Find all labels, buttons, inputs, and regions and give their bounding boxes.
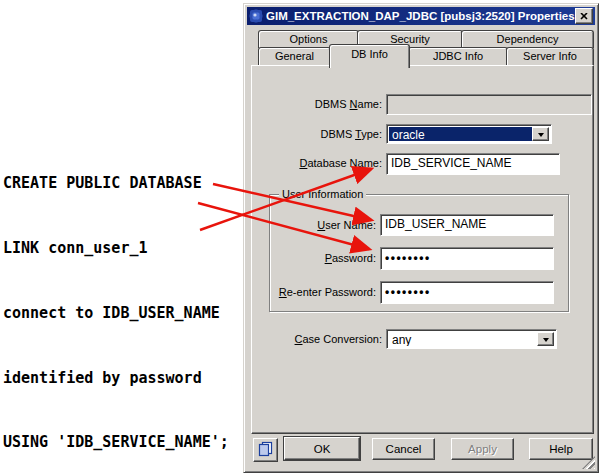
- dbms-name-field: [386, 94, 592, 115]
- properties-dialog: GIM_EXTRACTION_DAP_JDBC [pubsj3:2520] Pr…: [243, 3, 599, 473]
- sql-line: CREATE PUBLIC DATABASE: [3, 173, 229, 195]
- title-bar[interactable]: GIM_EXTRACTION_DAP_JDBC [pubsj3:2520] Pr…: [247, 7, 595, 25]
- apply-button: Apply: [451, 438, 514, 460]
- screenshot-root: CREATE PUBLIC DATABASE LINK conn_user_1 …: [0, 0, 600, 473]
- tab-db-info[interactable]: DB Info: [329, 44, 410, 68]
- password-field[interactable]: ••••••••: [380, 247, 554, 270]
- label-text: ame:: [358, 98, 382, 110]
- close-button[interactable]: [575, 8, 593, 24]
- label-text: R: [279, 286, 287, 298]
- reenter-password-label: Re-enter Password:: [270, 286, 376, 298]
- tab-jdbc-info[interactable]: JDBC Info: [408, 47, 508, 66]
- case-conversion-dropdown-button[interactable]: [537, 332, 554, 346]
- label-text: ase Conversion:: [303, 333, 383, 345]
- sql-annotation: CREATE PUBLIC DATABASE LINK conn_user_1 …: [3, 130, 229, 473]
- dbms-type-combobox[interactable]: oracle: [386, 124, 552, 144]
- database-name-field[interactable]: IDB_SERVICE_NAME: [386, 153, 560, 175]
- reenter-password-field[interactable]: ••••••••: [380, 281, 554, 304]
- label-text: atabase Name:: [307, 157, 382, 169]
- app-icon: [249, 9, 263, 23]
- tab-general[interactable]: General: [258, 47, 331, 66]
- chevron-down-icon: [543, 338, 549, 345]
- case-conversion-label: Case Conversion:: [262, 333, 382, 345]
- label-text: DBMS: [320, 128, 355, 140]
- label-text: C: [295, 333, 303, 345]
- password-label: Password:: [270, 252, 376, 264]
- label-text: e-enter Password:: [287, 286, 376, 298]
- help-button[interactable]: Help: [529, 438, 593, 460]
- user-name-field[interactable]: IDB_USER_NAME: [380, 214, 554, 236]
- copy-button[interactable]: [253, 438, 278, 462]
- dbms-name-label: DBMS Name:: [262, 98, 382, 110]
- user-name-label: User Name:: [270, 219, 376, 231]
- user-information-group: User Information User Name: IDB_USER_NAM…: [269, 194, 569, 312]
- sql-line: connect to IDB_USER_NAME: [3, 303, 229, 325]
- label-text: assword:: [332, 252, 376, 264]
- dbms-type-label: DBMS Type:: [262, 128, 382, 140]
- sql-line: LINK conn_user_1: [3, 238, 229, 260]
- db-info-panel: DBMS Name: DBMS Type: oracle Database Na…: [251, 65, 594, 434]
- label-text: P: [325, 252, 332, 264]
- user-information-group-title: User Information: [279, 188, 366, 200]
- tab-server-info[interactable]: Server Info: [506, 47, 594, 66]
- dbms-type-selected-value: oracle: [389, 127, 534, 141]
- tab-dependency[interactable]: Dependency: [461, 30, 594, 48]
- sql-line: identified by password: [3, 368, 229, 390]
- case-conversion-selected-value: any: [389, 332, 539, 346]
- close-icon: [580, 13, 588, 20]
- sql-line: USING 'IDB_SERVICE_NAME';: [3, 432, 229, 454]
- label-text: DBMS: [315, 98, 350, 110]
- case-conversion-combobox[interactable]: any: [386, 329, 557, 349]
- cancel-button[interactable]: Cancel: [372, 438, 435, 460]
- ok-button[interactable]: OK: [284, 437, 360, 460]
- label-text: N: [350, 98, 358, 110]
- chevron-down-icon: [538, 133, 544, 140]
- dbms-type-dropdown-button[interactable]: [532, 127, 549, 141]
- copy-pages-icon: [258, 441, 273, 457]
- database-name-label: Database Name:: [262, 157, 382, 169]
- label-text: ype:: [361, 128, 382, 140]
- label-text: ser Name:: [325, 219, 376, 231]
- dialog-title: GIM_EXTRACTION_DAP_JDBC [pubsj3:2520] Pr…: [266, 10, 575, 22]
